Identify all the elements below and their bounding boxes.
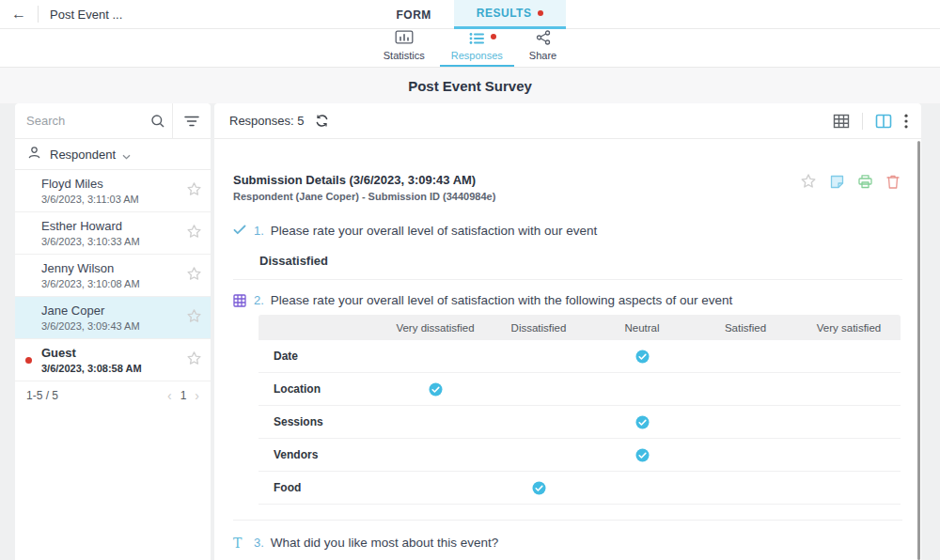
respondent-name: Jane Coper — [41, 303, 211, 318]
check-circle-icon — [635, 415, 650, 429]
tab-results[interactable]: RESULTS — [454, 0, 567, 29]
page-number[interactable]: 1 — [180, 389, 187, 402]
check-icon — [233, 223, 254, 235]
respondent-name: Jenny Wilson — [41, 261, 211, 275]
respondent-name: Esther Howard — [41, 219, 211, 233]
check-circle-icon — [532, 481, 546, 495]
chevron-down-icon — [122, 148, 131, 163]
question-text: Please rate your overall level of satisf… — [271, 292, 733, 307]
matrix-row-label: Location — [258, 382, 384, 396]
note-icon[interactable] — [829, 174, 845, 190]
bar-chart-icon — [395, 30, 414, 47]
respondent-date: 3/6/2023, 3:10:33 AM — [41, 236, 211, 247]
tab-responses[interactable]: Responses — [440, 29, 514, 67]
respondent-date: 3/6/2023, 3:08:58 AM — [41, 363, 211, 374]
star-icon[interactable] — [186, 266, 202, 286]
submission-panel-header: Responses: 5 — [214, 103, 921, 139]
search-row — [15, 103, 211, 139]
submission-content: Submission Details (3/6/2023, 3:09:43 AM… — [214, 139, 921, 560]
question-text: What did you like most about this event? — [271, 535, 498, 550]
submission-actions — [800, 173, 901, 190]
respondent-date: 3/6/2023, 3:09:43 AM — [41, 320, 211, 332]
matrix-body: DateLocationSessionsVendorsFood — [258, 340, 901, 505]
respondent-list: Floyd Miles 3/6/2023, 3:11:03 AM Esther … — [15, 170, 211, 381]
pagination: 1-5 / 5 ‹ 1 › — [15, 381, 211, 410]
vertical-scrollbar[interactable] — [917, 141, 920, 560]
tab-statistics[interactable]: Statistics — [372, 29, 436, 67]
refresh-icon[interactable] — [315, 114, 329, 128]
respondent-list-item[interactable]: Floyd Miles 3/6/2023, 3:11:03 AM — [15, 170, 211, 212]
respondent-name: Guest — [41, 346, 211, 360]
matrix-row-label: Vendors — [258, 448, 384, 461]
submission-header: Submission Details (3/6/2023, 3:09:43 AM… — [233, 173, 921, 202]
matrix-row: Vendors — [258, 439, 901, 472]
check-circle-icon — [635, 350, 650, 364]
respondent-list-item[interactable]: Guest 3/6/2023, 3:08:58 AM — [15, 339, 211, 381]
text-icon: T — [233, 535, 254, 550]
question-number: 1. — [254, 223, 264, 238]
respondent-name: Floyd Miles — [41, 177, 211, 191]
app-window: ← Post Event ... FORM RESULTS Statistics… — [0, 0, 940, 560]
tab-share[interactable]: Share — [518, 29, 568, 67]
question-2: 2. Please rate your overall level of sat… — [233, 292, 921, 307]
matrix-cell-checked[interactable] — [487, 481, 590, 495]
next-page-icon[interactable]: › — [195, 389, 199, 402]
respondents-sidebar: Respondent Floyd Miles 3/6/2023, 3:11:03… — [15, 103, 211, 560]
divider — [233, 520, 902, 521]
group-label: Respondent — [50, 148, 116, 162]
star-icon[interactable] — [800, 173, 817, 190]
matrix-cell-checked[interactable] — [590, 448, 694, 462]
pagination-range: 1-5 / 5 — [26, 389, 58, 402]
respondent-date: 3/6/2023, 3:11:03 AM — [41, 194, 211, 205]
matrix-row: Date — [258, 340, 901, 373]
notification-dot — [538, 10, 543, 16]
star-icon[interactable] — [186, 181, 202, 201]
responses-count: Responses: 5 — [229, 114, 305, 128]
respondent-list-item[interactable]: Jenny Wilson 3/6/2023, 3:10:08 AM — [15, 255, 211, 297]
star-icon[interactable] — [186, 350, 202, 370]
matrix-cell-checked[interactable] — [590, 350, 694, 364]
check-circle-icon — [429, 382, 443, 397]
submission-subtitle: Respondent (Jane Coper) - Submission ID … — [233, 191, 495, 202]
search-icon[interactable] — [144, 114, 172, 129]
matrix-row: Food — [258, 472, 901, 505]
question-1-answer: Dissatisfied — [259, 254, 921, 268]
matrix-row-label: Sessions — [258, 415, 384, 428]
topbar-tabs: FORM RESULTS — [0, 0, 940, 29]
filter-icon[interactable] — [173, 116, 211, 127]
star-icon[interactable] — [186, 224, 202, 243]
table-view-icon[interactable] — [833, 114, 850, 129]
delete-icon[interactable] — [885, 174, 901, 190]
respondent-list-item[interactable]: Esther Howard 3/6/2023, 3:10:33 AM — [15, 212, 211, 255]
check-circle-icon — [635, 448, 650, 462]
page-title: Post Event Survey — [0, 68, 940, 103]
star-icon[interactable] — [186, 308, 202, 328]
tab-form[interactable]: FORM — [374, 0, 454, 29]
satisfaction-matrix: Very dissatisfiedDissatisfiedNeutralSati… — [258, 315, 901, 505]
respondent-group-toggle[interactable]: Respondent — [15, 139, 211, 170]
column-view-icon[interactable] — [875, 114, 892, 129]
list-icon — [469, 32, 485, 47]
divider — [862, 113, 863, 130]
divider — [233, 279, 902, 280]
matrix-cell-checked[interactable] — [590, 415, 694, 429]
top-bar: ← Post Event ... FORM RESULTS — [0, 0, 940, 29]
print-icon[interactable] — [857, 174, 873, 190]
question-number: 3. — [254, 535, 264, 550]
question-text: Please rate your overall level of satisf… — [271, 223, 597, 238]
matrix-header-row: Very dissatisfiedDissatisfiedNeutralSati… — [258, 315, 901, 340]
matrix-cell-checked[interactable] — [384, 382, 487, 397]
submission-panel: Responses: 5 Submission Detail — [214, 103, 921, 560]
respondent-list-item[interactable]: Jane Coper 3/6/2023, 3:09:43 AM — [15, 297, 211, 339]
table-icon — [233, 292, 254, 307]
share-icon — [536, 30, 551, 47]
matrix-row-label: Date — [258, 350, 384, 363]
matrix-row: Sessions — [258, 406, 901, 439]
matrix-row-label: Food — [258, 481, 384, 494]
search-input[interactable] — [15, 114, 144, 128]
prev-page-icon[interactable]: ‹ — [167, 389, 172, 402]
person-icon — [27, 146, 41, 163]
notification-dot — [491, 34, 496, 39]
more-icon[interactable] — [904, 114, 908, 129]
question-number: 2. — [254, 292, 264, 307]
